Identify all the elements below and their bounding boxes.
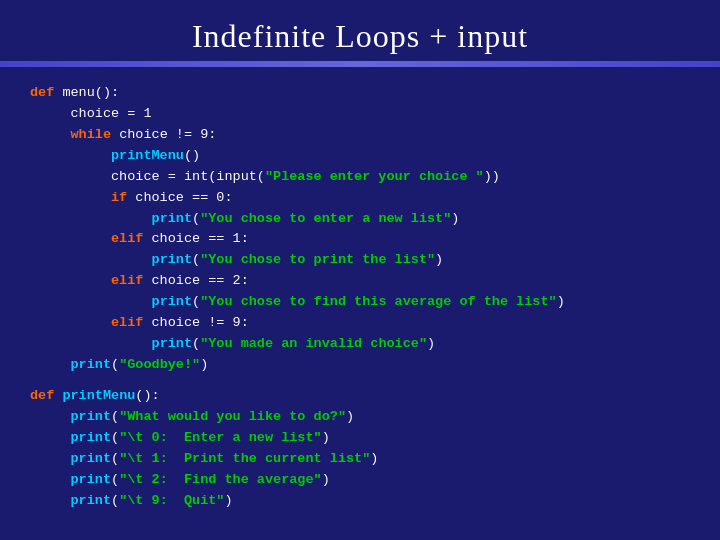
code-line-5: choice = int(input("Please enter your ch… [30, 167, 690, 188]
code-line-15: def printMenu(): [30, 386, 690, 407]
code-line-6: if choice == 0: [30, 188, 690, 209]
code-line-11: print("You chose to find this average of… [30, 292, 690, 313]
code-line-2: choice = 1 [30, 104, 690, 125]
code-line-19: print("\t 2: Find the average") [30, 470, 690, 491]
code-line-18: print("\t 1: Print the current list") [30, 449, 690, 470]
code-line-3: while choice != 9: [30, 125, 690, 146]
code-line-14: print("Goodbye!") [30, 355, 690, 376]
code-area: def menu(): choice = 1 while choice != 9… [0, 73, 720, 540]
code-line-20: print("\t 9: Quit") [30, 491, 690, 512]
code-line-16: print("What would you like to do?") [30, 407, 690, 428]
page: Indefinite Loops + input def menu(): cho… [0, 0, 720, 540]
title-section: Indefinite Loops + input [0, 0, 720, 73]
code-line-17: print("\t 0: Enter a new list") [30, 428, 690, 449]
code-block-1: def menu(): choice = 1 while choice != 9… [30, 83, 690, 511]
code-line-4: printMenu() [30, 146, 690, 167]
code-line-12: elif choice != 9: [30, 313, 690, 334]
code-line-1: def menu(): [30, 83, 690, 104]
code-line-10: elif choice == 2: [30, 271, 690, 292]
code-line-13: print("You made an invalid choice") [30, 334, 690, 355]
code-line-7: print("You chose to enter a new list") [30, 209, 690, 230]
code-line-9: print("You chose to print the list") [30, 250, 690, 271]
code-line-8: elif choice == 1: [30, 229, 690, 250]
page-title: Indefinite Loops + input [0, 18, 720, 55]
divider [0, 61, 720, 67]
code-spacer [30, 376, 690, 386]
